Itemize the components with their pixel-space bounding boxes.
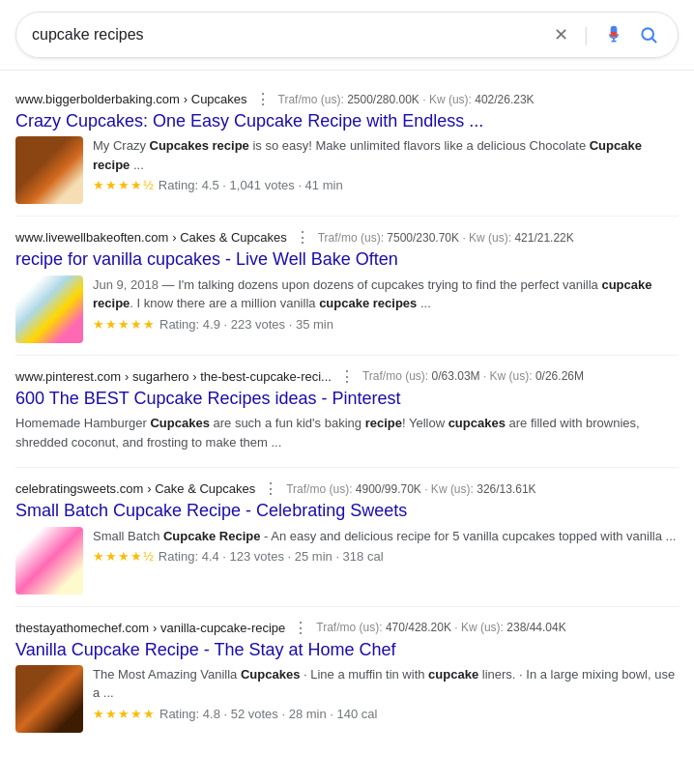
result-breadcrumb: › Cakes & Cupcakes bbox=[172, 230, 287, 245]
result-url-row: thestayathomechef.com › vanilla-cupcake-… bbox=[15, 619, 679, 637]
result-breadcrumb: › Cupcakes bbox=[184, 92, 247, 106]
result-body: Jun 9, 2018 — I'm talking dozens upon do… bbox=[15, 276, 679, 343]
result-text: The Most Amazing Vanilla Cupcakes · Line… bbox=[93, 665, 679, 721]
result-title[interactable]: recipe for vanilla cupcakes - Live Well … bbox=[15, 248, 679, 271]
rating-row: ★★★★★ Rating: 4.8 · 52 votes · 28 min · … bbox=[93, 707, 679, 721]
stars: ★★★★½ bbox=[93, 178, 155, 192]
result-item-2: www.livewellbakeoften.com › Cakes & Cupc… bbox=[15, 217, 679, 355]
result-snippet: Jun 9, 2018 — I'm talking dozens upon do… bbox=[93, 276, 679, 313]
traf-info: Traf/mo (us): 4900/99.70K · Kw (us): 326… bbox=[286, 482, 535, 496]
clear-button[interactable]: ✕ bbox=[550, 20, 572, 49]
rating-value: Rating: 4.5 · 1,041 votes · 41 min bbox=[159, 178, 343, 192]
result-url-row: www.pinterest.com › sugarhero › the-best… bbox=[15, 367, 679, 386]
search-icon[interactable] bbox=[635, 21, 662, 48]
rating-value: Rating: 4.9 · 223 votes · 35 min bbox=[159, 317, 333, 332]
result-url-row: celebratingsweets.com › Cake & Cupcakes … bbox=[15, 479, 679, 498]
result-breadcrumb: › Cake & Cupcakes bbox=[147, 481, 255, 496]
result-title[interactable]: Crazy Cupcakes: One Easy Cupcake Recipe … bbox=[15, 110, 679, 132]
result-thumbnail bbox=[15, 276, 83, 343]
result-url: www.livewellbakeoften.com bbox=[15, 230, 168, 245]
result-url: celebratingsweets.com bbox=[15, 481, 143, 496]
result-title[interactable]: Small Batch Cupcake Recipe - Celebrating… bbox=[15, 500, 679, 522]
result-item-5: thestayathomechef.com › vanilla-cupcake-… bbox=[15, 607, 679, 744]
result-url-row: www.biggerbolderbaking.com › Cupcakes ⋮ … bbox=[15, 90, 679, 108]
result-text: Small Batch Cupcake Recipe - An easy and… bbox=[93, 527, 679, 565]
result-breadcrumb: › sugarhero › the-best-cupcake-reci... bbox=[125, 369, 332, 384]
result-item-4: celebratingsweets.com › Cake & Cupcakes … bbox=[15, 468, 679, 606]
result-title[interactable]: Vanilla Cupcake Recipe - The Stay at Hom… bbox=[15, 639, 679, 661]
stars: ★★★★½ bbox=[93, 549, 155, 564]
rating-value: Rating: 4.4 · 123 votes · 25 min · 318 c… bbox=[159, 549, 384, 564]
result-url: thestayathomechef.com bbox=[15, 621, 149, 635]
result-url: www.biggerbolderbaking.com bbox=[15, 92, 180, 106]
options-menu[interactable]: ⋮ bbox=[295, 228, 310, 247]
result-url-row: www.livewellbakeoften.com › Cakes & Cupc… bbox=[15, 228, 679, 247]
result-breadcrumb: › vanilla-cupcake-recipe bbox=[153, 621, 285, 635]
traf-info: Traf/mo (us): 0/63.03M · Kw (us): 0/26.2… bbox=[362, 369, 584, 383]
result-snippet: My Crazy Cupcakes recipe is so easy! Mak… bbox=[93, 136, 679, 174]
stars: ★★★★★ bbox=[93, 317, 156, 332]
mic-icon[interactable] bbox=[600, 21, 627, 48]
options-menu[interactable]: ⋮ bbox=[293, 619, 308, 637]
search-input[interactable] bbox=[32, 26, 542, 44]
result-url: www.pinterest.com bbox=[15, 369, 121, 384]
rating-value: Rating: 4.8 · 52 votes · 28 min · 140 ca… bbox=[159, 707, 377, 721]
rating-row: ★★★★★ Rating: 4.9 · 223 votes · 35 min bbox=[93, 317, 679, 332]
result-item-3: www.pinterest.com › sugarhero › the-best… bbox=[15, 356, 679, 468]
options-menu[interactable]: ⋮ bbox=[339, 367, 355, 386]
result-thumbnail bbox=[15, 665, 83, 733]
result-text: Jun 9, 2018 — I'm talking dozens upon do… bbox=[93, 276, 679, 332]
result-body: My Crazy Cupcakes recipe is so easy! Mak… bbox=[15, 136, 679, 204]
rating-row: ★★★★½ Rating: 4.5 · 1,041 votes · 41 min bbox=[93, 178, 679, 192]
divider: | bbox=[584, 24, 589, 46]
result-text: Homemade Hamburger Cupcakes are such a f… bbox=[15, 414, 679, 451]
stars: ★★★★★ bbox=[93, 707, 156, 721]
result-body: The Most Amazing Vanilla Cupcakes · Line… bbox=[15, 665, 679, 733]
result-snippet: Homemade Hamburger Cupcakes are such a f… bbox=[15, 414, 679, 451]
rating-row: ★★★★½ Rating: 4.4 · 123 votes · 25 min ·… bbox=[93, 549, 679, 564]
svg-line-3 bbox=[652, 39, 656, 43]
traf-info: Traf/mo (us): 7500/230.70K · Kw (us): 42… bbox=[318, 231, 574, 245]
result-snippet: Small Batch Cupcake Recipe - An easy and… bbox=[93, 527, 679, 546]
options-menu[interactable]: ⋮ bbox=[255, 90, 271, 108]
result-snippet: The Most Amazing Vanilla Cupcakes · Line… bbox=[93, 665, 679, 703]
results-container: www.biggerbolderbaking.com › Cupcakes ⋮ … bbox=[0, 71, 694, 752]
search-bar-wrapper: ✕ | bbox=[0, 0, 694, 71]
result-title[interactable]: 600 The BEST Cupcake Recipes ideas - Pin… bbox=[15, 388, 679, 410]
traf-info: Traf/mo (us): 2500/280.00K · Kw (us): 40… bbox=[278, 93, 535, 106]
result-thumbnail bbox=[15, 527, 83, 595]
options-menu[interactable]: ⋮ bbox=[263, 479, 278, 498]
result-thumbnail bbox=[15, 136, 83, 204]
result-text: My Crazy Cupcakes recipe is so easy! Mak… bbox=[93, 136, 679, 192]
result-item-1: www.biggerbolderbaking.com › Cupcakes ⋮ … bbox=[15, 78, 679, 217]
search-bar: ✕ | bbox=[15, 12, 679, 58]
traf-info: Traf/mo (us): 470/428.20K · Kw (us): 238… bbox=[316, 621, 565, 634]
result-body: Small Batch Cupcake Recipe - An easy and… bbox=[15, 527, 679, 595]
